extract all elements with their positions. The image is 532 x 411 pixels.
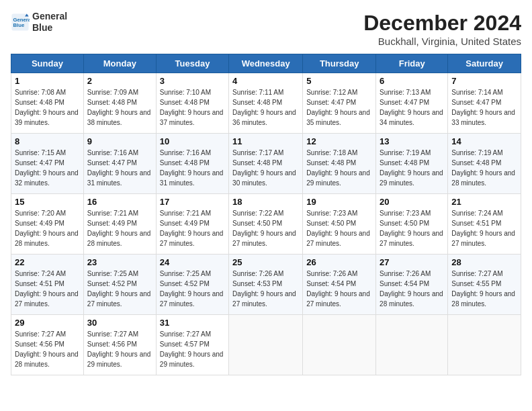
day-info: Sunrise: 7:23 AMSunset: 4:50 PMDaylight:…	[380, 208, 444, 248]
calendar-week-row: 8Sunrise: 7:15 AMSunset: 4:47 PMDaylight…	[11, 134, 521, 194]
svg-text:Blue: Blue	[13, 22, 25, 28]
calendar-cell: 16Sunrise: 7:21 AMSunset: 4:49 PMDayligh…	[83, 194, 156, 255]
day-number: 31	[160, 318, 225, 328]
calendar-cell: 18Sunrise: 7:22 AMSunset: 4:50 PMDayligh…	[229, 194, 303, 255]
calendar-cell: 24Sunrise: 7:25 AMSunset: 4:52 PMDayligh…	[156, 255, 228, 315]
calendar-cell: 26Sunrise: 7:26 AMSunset: 4:54 PMDayligh…	[303, 255, 376, 315]
day-info: Sunrise: 7:25 AMSunset: 4:52 PMDaylight:…	[160, 269, 225, 309]
day-number: 13	[380, 136, 444, 146]
day-number: 8	[15, 136, 80, 146]
day-info: Sunrise: 7:17 AMSunset: 4:48 PMDaylight:…	[232, 148, 299, 188]
day-number: 18	[232, 197, 299, 207]
day-number: 2	[87, 76, 152, 86]
day-info: Sunrise: 7:10 AMSunset: 4:48 PMDaylight:…	[160, 87, 225, 128]
calendar-cell: 3Sunrise: 7:10 AMSunset: 4:48 PMDaylight…	[156, 73, 228, 134]
logo: General Blue General Blue	[11, 11, 67, 34]
day-number: 29	[15, 318, 80, 328]
calendar-cell: 9Sunrise: 7:16 AMSunset: 4:47 PMDaylight…	[83, 134, 156, 194]
day-number: 16	[87, 197, 152, 207]
day-number: 17	[160, 197, 225, 207]
day-info: Sunrise: 7:19 AMSunset: 4:48 PMDaylight:…	[380, 148, 444, 188]
day-info: Sunrise: 7:14 AMSunset: 4:47 PMDaylight:…	[451, 87, 517, 128]
day-number: 28	[451, 257, 517, 267]
calendar-cell: 19Sunrise: 7:23 AMSunset: 4:50 PMDayligh…	[303, 194, 376, 255]
day-of-week-header: Wednesday	[229, 54, 303, 73]
calendar-cell: 12Sunrise: 7:18 AMSunset: 4:48 PMDayligh…	[303, 134, 376, 194]
calendar-body: 1Sunrise: 7:08 AMSunset: 4:48 PMDaylight…	[11, 73, 521, 375]
day-number: 30	[87, 318, 152, 328]
calendar-cell: 31Sunrise: 7:27 AMSunset: 4:57 PMDayligh…	[156, 315, 228, 375]
calendar-cell: 23Sunrise: 7:25 AMSunset: 4:52 PMDayligh…	[83, 255, 156, 315]
calendar-cell	[229, 315, 303, 375]
calendar-table: SundayMondayTuesdayWednesdayThursdayFrid…	[11, 54, 521, 375]
day-number: 10	[160, 136, 225, 146]
day-info: Sunrise: 7:27 AMSunset: 4:56 PMDaylight:…	[87, 329, 152, 369]
calendar-cell: 7Sunrise: 7:14 AMSunset: 4:47 PMDaylight…	[448, 73, 521, 134]
day-of-week-header: Friday	[376, 54, 448, 73]
calendar-week-row: 1Sunrise: 7:08 AMSunset: 4:48 PMDaylight…	[11, 73, 521, 134]
day-number: 1	[15, 76, 80, 86]
day-number: 6	[380, 76, 444, 86]
calendar-cell: 10Sunrise: 7:16 AMSunset: 4:48 PMDayligh…	[156, 134, 228, 194]
day-number: 21	[451, 197, 517, 207]
day-info: Sunrise: 7:16 AMSunset: 4:47 PMDaylight:…	[87, 148, 152, 188]
calendar-cell: 11Sunrise: 7:17 AMSunset: 4:48 PMDayligh…	[229, 134, 303, 194]
day-number: 5	[306, 76, 372, 86]
calendar-header-row: SundayMondayTuesdayWednesdayThursdayFrid…	[11, 54, 521, 73]
day-info: Sunrise: 7:18 AMSunset: 4:48 PMDaylight:…	[306, 148, 372, 188]
page-header: General Blue General Blue December 2024 …	[11, 11, 521, 47]
calendar-week-row: 22Sunrise: 7:24 AMSunset: 4:51 PMDayligh…	[11, 255, 521, 315]
day-of-week-header: Thursday	[303, 54, 376, 73]
day-info: Sunrise: 7:15 AMSunset: 4:47 PMDaylight:…	[15, 148, 80, 188]
title-block: December 2024 Buckhall, Virginia, United…	[363, 11, 521, 47]
calendar-cell	[376, 315, 448, 375]
logo-text: General Blue	[32, 11, 67, 34]
day-info: Sunrise: 7:26 AMSunset: 4:53 PMDaylight:…	[232, 269, 299, 309]
calendar-week-row: 29Sunrise: 7:27 AMSunset: 4:56 PMDayligh…	[11, 315, 521, 375]
calendar-cell: 5Sunrise: 7:12 AMSunset: 4:47 PMDaylight…	[303, 73, 376, 134]
day-info: Sunrise: 7:27 AMSunset: 4:56 PMDaylight:…	[15, 329, 80, 369]
day-info: Sunrise: 7:23 AMSunset: 4:50 PMDaylight:…	[306, 208, 372, 248]
calendar-cell	[303, 315, 376, 375]
day-of-week-header: Tuesday	[156, 54, 228, 73]
calendar-cell: 25Sunrise: 7:26 AMSunset: 4:53 PMDayligh…	[229, 255, 303, 315]
logo-icon: General Blue	[11, 13, 30, 32]
calendar-cell: 2Sunrise: 7:09 AMSunset: 4:48 PMDaylight…	[83, 73, 156, 134]
day-info: Sunrise: 7:11 AMSunset: 4:48 PMDaylight:…	[232, 87, 299, 128]
day-info: Sunrise: 7:26 AMSunset: 4:54 PMDaylight:…	[306, 269, 372, 309]
day-number: 24	[160, 257, 225, 267]
day-number: 26	[306, 257, 372, 267]
day-info: Sunrise: 7:19 AMSunset: 4:48 PMDaylight:…	[451, 148, 517, 188]
calendar-cell: 15Sunrise: 7:20 AMSunset: 4:49 PMDayligh…	[11, 194, 84, 255]
calendar-cell: 6Sunrise: 7:13 AMSunset: 4:47 PMDaylight…	[376, 73, 448, 134]
calendar-cell: 30Sunrise: 7:27 AMSunset: 4:56 PMDayligh…	[83, 315, 156, 375]
calendar-cell: 21Sunrise: 7:24 AMSunset: 4:51 PMDayligh…	[448, 194, 521, 255]
day-number: 15	[15, 197, 80, 207]
calendar-cell: 29Sunrise: 7:27 AMSunset: 4:56 PMDayligh…	[11, 315, 84, 375]
day-of-week-header: Monday	[83, 54, 156, 73]
day-number: 23	[87, 257, 152, 267]
day-of-week-header: Saturday	[448, 54, 521, 73]
day-number: 19	[306, 197, 372, 207]
day-info: Sunrise: 7:09 AMSunset: 4:48 PMDaylight:…	[87, 87, 152, 128]
day-number: 4	[232, 76, 299, 86]
calendar-week-row: 15Sunrise: 7:20 AMSunset: 4:49 PMDayligh…	[11, 194, 521, 255]
day-number: 14	[451, 136, 517, 146]
calendar-cell: 8Sunrise: 7:15 AMSunset: 4:47 PMDaylight…	[11, 134, 84, 194]
day-of-week-header: Sunday	[11, 54, 84, 73]
day-info: Sunrise: 7:25 AMSunset: 4:52 PMDaylight:…	[87, 269, 152, 309]
day-info: Sunrise: 7:13 AMSunset: 4:47 PMDaylight:…	[380, 87, 444, 128]
day-info: Sunrise: 7:27 AMSunset: 4:57 PMDaylight:…	[160, 329, 225, 369]
day-number: 22	[15, 257, 80, 267]
day-number: 3	[160, 76, 225, 86]
calendar-cell	[448, 315, 521, 375]
day-number: 27	[380, 257, 444, 267]
calendar-cell: 17Sunrise: 7:21 AMSunset: 4:49 PMDayligh…	[156, 194, 228, 255]
calendar-cell: 1Sunrise: 7:08 AMSunset: 4:48 PMDaylight…	[11, 73, 84, 134]
day-info: Sunrise: 7:24 AMSunset: 4:51 PMDaylight:…	[15, 269, 80, 309]
day-number: 12	[306, 136, 372, 146]
day-info: Sunrise: 7:27 AMSunset: 4:55 PMDaylight:…	[451, 269, 517, 309]
day-info: Sunrise: 7:16 AMSunset: 4:48 PMDaylight:…	[160, 148, 225, 188]
calendar-cell: 28Sunrise: 7:27 AMSunset: 4:55 PMDayligh…	[448, 255, 521, 315]
day-info: Sunrise: 7:21 AMSunset: 4:49 PMDaylight:…	[87, 208, 152, 248]
